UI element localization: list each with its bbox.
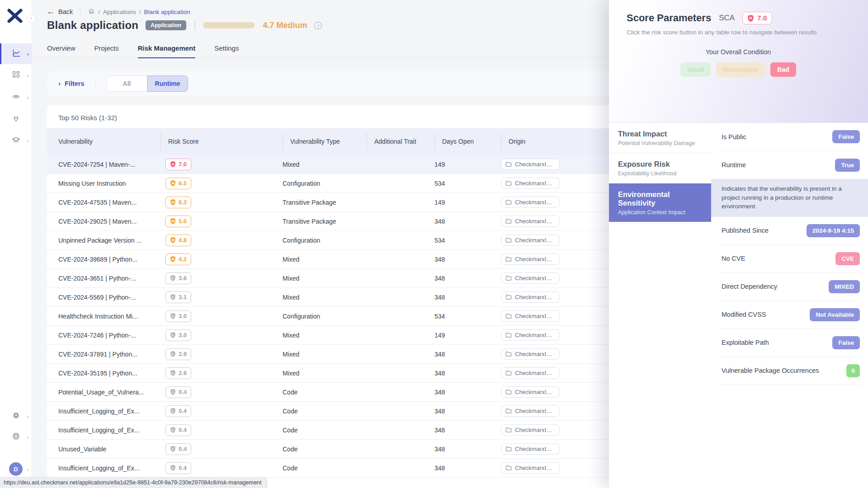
- sidebar-item-integrations[interactable]: [0, 108, 32, 129]
- table-row[interactable]: CVE-2024-35195 | Python... L 2.6 Mixed 3…: [47, 364, 624, 383]
- table-row[interactable]: Insufficient_Logging_of_Ex... L 0.4 Code…: [47, 402, 624, 421]
- filters-toggle[interactable]: › Filters: [58, 80, 85, 87]
- risk-score-badge[interactable]: L 3.1: [165, 291, 191, 303]
- param-value-badge: Not Available: [810, 308, 860, 321]
- tab-settings[interactable]: Settings: [214, 44, 239, 58]
- table-row[interactable]: CVE-2024-29025 | Maven... M 5.0 Transiti…: [47, 212, 624, 231]
- risk-score-badge[interactable]: L 3.0: [165, 329, 191, 341]
- panel-section-item[interactable]: Threat Impact Potential Vulnerability Da…: [609, 123, 711, 153]
- origin-chip[interactable]: CheckmarxIntegr...: [501, 216, 560, 227]
- table-row[interactable]: Missing User Instruction M 6.5 Configura…: [47, 174, 624, 193]
- sidebar-item-support[interactable]: ›: [0, 428, 32, 446]
- origin-chip[interactable]: CheckmarxIntegr...: [501, 159, 560, 170]
- back-button[interactable]: ← Back: [47, 7, 73, 16]
- table-row[interactable]: Insufficient_Logging_of_Ex... L 0.4 Code…: [47, 421, 624, 440]
- origin-chip[interactable]: CheckmarxIntegr...: [501, 443, 560, 455]
- risk-score-cell: M 4.8: [160, 235, 283, 246]
- risk-score-badge[interactable]: L 3.0: [165, 310, 191, 322]
- origin-chip[interactable]: CheckmarxIntegr...: [501, 253, 560, 265]
- shield-icon: L: [170, 446, 176, 452]
- table-row[interactable]: Potential_Usage_of_Vulnera... L 0.4 Code…: [47, 383, 624, 402]
- filters-bar: › Filters All Runtime: [47, 71, 624, 96]
- engine-label: SCA: [719, 14, 735, 23]
- risk-score-badge[interactable]: L 0.4: [165, 443, 191, 455]
- segment-runtime-button[interactable]: Runtime: [147, 75, 188, 92]
- days-open-cell: 534: [434, 180, 501, 187]
- condition-bad-button[interactable]: Bad: [770, 62, 796, 77]
- avatar[interactable]: D: [9, 462, 23, 476]
- table-row[interactable]: CVE-2024-7254 | Maven-... H 7.0 Mixed 14…: [47, 155, 624, 174]
- risk-score-badge[interactable]: L 2.9: [165, 348, 191, 360]
- origin-chip[interactable]: CheckmarxIntegr...: [501, 329, 560, 341]
- origin-cell: CheckmarxIntegr...: [501, 329, 624, 341]
- risk-score-badge[interactable]: M 6.5: [165, 178, 191, 189]
- panel-section-item[interactable]: Environmental Sensitivity Application Co…: [609, 183, 711, 222]
- risk-score-badge[interactable]: L 0.4: [165, 386, 191, 398]
- segment-all-button[interactable]: All: [107, 75, 147, 92]
- table-row[interactable]: CVE-2024-47535 | Maven... M 6.3 Transiti…: [47, 193, 624, 212]
- table-row[interactable]: Unused_Variable L 0.4 Code 348 Checkmarx…: [47, 440, 624, 459]
- origin-cell: CheckmarxIntegr...: [501, 197, 624, 208]
- vulnerability-cell: CVE-2024-47535 | Maven...: [58, 199, 160, 206]
- origin-chip[interactable]: CheckmarxIntegr...: [501, 348, 560, 360]
- risk-score-badge[interactable]: L 3.6: [165, 272, 191, 284]
- origin-chip[interactable]: CheckmarxIntegr...: [501, 178, 560, 189]
- table-row[interactable]: Healthcheck Instruction Mi... L 3.0 Conf…: [47, 307, 624, 326]
- svg-text:L: L: [172, 276, 174, 280]
- breadcrumb-applications[interactable]: Applications: [103, 9, 136, 15]
- user-menu[interactable]: D ›: [0, 461, 32, 477]
- checkmarx-logo[interactable]: [6, 7, 24, 24]
- folder-icon: [505, 370, 512, 376]
- chevron-right-icon: ›: [27, 434, 29, 441]
- origin-chip[interactable]: CheckmarxIntegr...: [501, 386, 560, 398]
- sidebar-item-learning[interactable]: ›: [0, 130, 32, 151]
- risk-score-badge[interactable]: M 5.0: [165, 216, 191, 227]
- risk-score-badge[interactable]: M 4.2: [165, 253, 191, 265]
- param-value-badge: True: [835, 159, 860, 172]
- origin-chip[interactable]: CheckmarxIntegr...: [501, 310, 560, 322]
- sidebar-expand-button[interactable]: ›: [27, 14, 36, 23]
- table-row[interactable]: CVE-2024-7246 | Python-... L 3.0 Mixed 1…: [47, 326, 624, 345]
- sidebar-item-insights[interactable]: ›: [0, 43, 32, 64]
- param-value-badge: False: [832, 336, 860, 349]
- origin-chip[interactable]: CheckmarxIntegr...: [501, 235, 560, 246]
- origin-chip[interactable]: CheckmarxIntegr...: [501, 291, 560, 303]
- vulnerability-cell: Insufficient_Logging_of_Ex...: [58, 408, 160, 415]
- origin-chip[interactable]: CheckmarxIntegr...: [501, 367, 560, 379]
- origin-chip[interactable]: CheckmarxIntegr...: [501, 197, 560, 208]
- chevron-right-icon: ›: [27, 413, 29, 420]
- tab-risk-management[interactable]: Risk Management: [138, 44, 196, 58]
- risk-score-badge[interactable]: L 0.4: [165, 405, 191, 417]
- origin-chip[interactable]: CheckmarxIntegr...: [501, 272, 560, 284]
- origin-chip[interactable]: CheckmarxIntegr...: [501, 462, 560, 474]
- table-row[interactable]: CVE-2024-3651 | Python-... L 3.6 Mixed 3…: [47, 269, 624, 288]
- vulnerability-type-cell: Configuration: [283, 237, 367, 244]
- table-row[interactable]: Insufficient_Logging_of_Ex... L 0.4 Code…: [47, 459, 624, 478]
- sidebar-item-scanning[interactable]: ›: [0, 87, 32, 108]
- table-row[interactable]: CVE-2024-37891 | Python... L 2.9 Mixed 3…: [47, 345, 624, 364]
- risk-score-badge[interactable]: H 7.0: [165, 159, 191, 170]
- divider: |: [193, 20, 196, 31]
- panel-section-item[interactable]: Exposure Risk Exploitability Likelihood: [609, 153, 711, 183]
- risk-score-badge[interactable]: M 6.3: [165, 197, 191, 208]
- sidebar-item-settings[interactable]: ›: [0, 407, 32, 425]
- table-row[interactable]: CVE-2024-39689 | Python... M 4.2 Mixed 3…: [47, 250, 624, 269]
- risk-score-badge[interactable]: L 0.4: [165, 462, 191, 474]
- tab-projects[interactable]: Projects: [94, 44, 119, 58]
- condition-reasonable-button[interactable]: Reasonable: [716, 62, 765, 77]
- home-icon[interactable]: [88, 8, 95, 16]
- sidebar-item-dashboard[interactable]: ›: [0, 65, 32, 86]
- folder-icon: [505, 237, 512, 243]
- info-icon[interactable]: i: [314, 22, 322, 29]
- table-row[interactable]: Unpinned Package Version ... M 4.8 Confi…: [47, 231, 624, 250]
- vulnerability-type-cell: Configuration: [283, 180, 367, 187]
- condition-good-button[interactable]: Good: [680, 62, 711, 77]
- risk-score-badge[interactable]: L 2.6: [165, 367, 191, 379]
- risk-score-badge[interactable]: M 4.8: [165, 235, 191, 246]
- breadcrumb-current[interactable]: Blank application: [144, 9, 190, 15]
- table-row[interactable]: CVE-2024-5569 | Python-... L 3.1 Mixed 3…: [47, 288, 624, 307]
- tab-overview[interactable]: Overview: [47, 44, 75, 58]
- origin-chip[interactable]: CheckmarxIntegr...: [501, 405, 560, 417]
- risk-score-badge[interactable]: L 0.4: [165, 424, 191, 436]
- origin-chip[interactable]: CheckmarxIntegr...: [501, 424, 560, 436]
